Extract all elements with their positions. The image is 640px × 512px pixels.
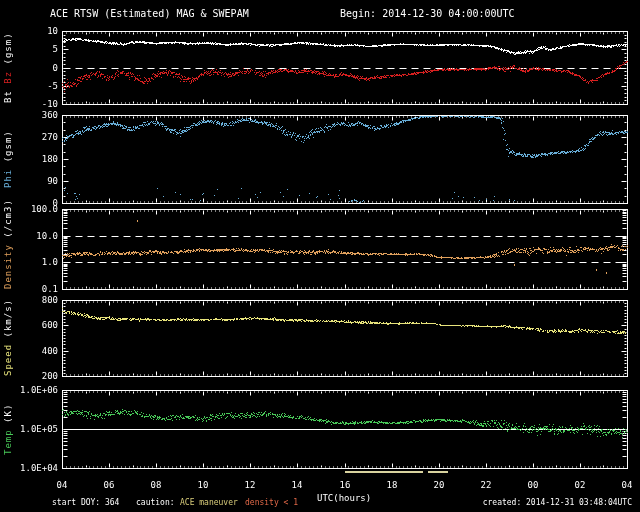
y-axis-label: Phi (gsm) — [3, 115, 17, 203]
begin-timestamp: Begin: 2014-12-30 04:00:00UTC — [340, 8, 515, 20]
x-tick-label: 20 — [426, 480, 452, 490]
created-timestamp: created: 2014-12-31 03:48:04UTC — [483, 498, 632, 508]
x-tick-label: 08 — [143, 480, 169, 490]
density-caution-label: density < 1 — [245, 498, 298, 508]
plot-canvas — [0, 0, 640, 512]
ace-maneuver-label: ACE maneuver — [180, 498, 238, 508]
x-tick-label: 12 — [237, 480, 263, 490]
x-tick-label: 02 — [567, 480, 593, 490]
y-axis-label: Temp (K) — [3, 390, 17, 468]
y-axis-label: Density (/cm3) — [3, 209, 17, 289]
page-title: ACE RTSW (Estimated) MAG & SWEPAM — [50, 8, 249, 20]
x-tick-label: 22 — [473, 480, 499, 490]
y-axis-label: Speed (km/s) — [3, 300, 17, 376]
x-axis-title: UTC(hours) — [317, 492, 371, 504]
x-tick-label: 10 — [190, 480, 216, 490]
y-axis-label: Bt Bz (gsm) — [3, 31, 17, 104]
x-tick-label: 04 — [49, 480, 75, 490]
x-tick-label: 14 — [284, 480, 310, 490]
x-tick-label: 04 — [614, 480, 640, 490]
x-tick-label: 06 — [96, 480, 122, 490]
caution-label: caution: — [136, 498, 175, 508]
start-doy-label: start DOY: 364 — [52, 498, 119, 508]
ace-rtsw-plot: ACE RTSW (Estimated) MAG & SWEPAM Begin:… — [0, 0, 640, 512]
x-tick-label: 16 — [332, 480, 358, 490]
x-tick-label: 18 — [379, 480, 405, 490]
x-tick-label: 00 — [520, 480, 546, 490]
